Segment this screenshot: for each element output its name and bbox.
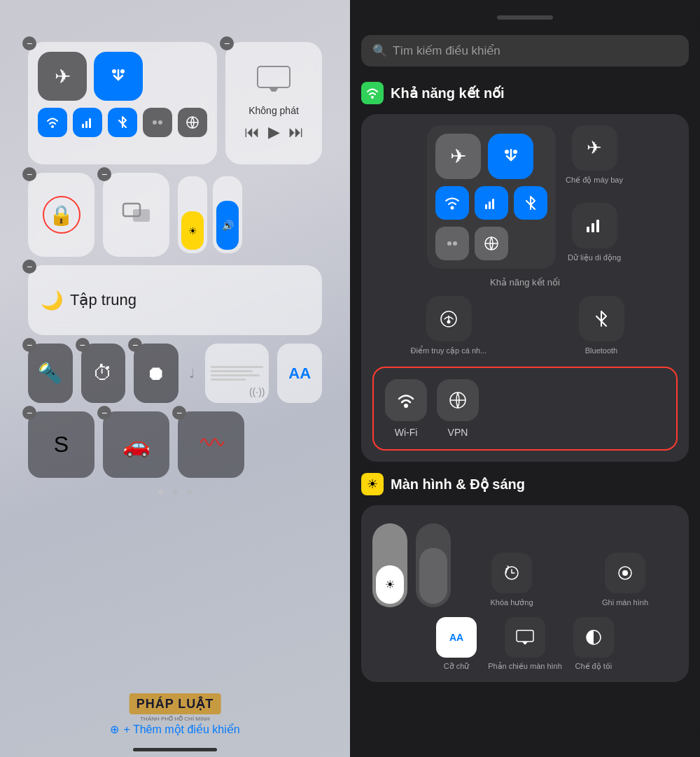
top-control-grid: − ✈ — [28, 42, 322, 164]
focus-card[interactable]: − 🌙 Tập trung — [28, 265, 322, 335]
cluster-wifi-btn[interactable] — [435, 186, 469, 220]
cluster-airdrop-small-btn[interactable] — [435, 227, 469, 260]
connectivity-section-title: Khả năng kết nối — [391, 85, 505, 101]
svg-point-29 — [404, 404, 408, 408]
wifi-vpn-wifi: Wi-Fi — [385, 379, 427, 438]
minus-badge-multi[interactable]: − — [97, 167, 111, 181]
svg-point-33 — [622, 570, 628, 576]
svg-point-27 — [447, 320, 451, 323]
cellular-standalone: Dữ liệu di động — [566, 203, 623, 269]
brightness-section-title: Màn hình & Độ sáng — [391, 476, 525, 493]
wifi-vpn-selected-row[interactable]: Wi-Fi VPN — [372, 367, 678, 451]
mirror-card[interactable]: − Không phát ⏮ ▶ ⏭ — [225, 42, 322, 164]
prev-icon[interactable]: ⏮ — [244, 123, 260, 141]
add-control-button[interactable]: ⊕ + Thêm một điều khiển — [110, 723, 239, 736]
wifi-vpn-wifi-btn[interactable] — [385, 379, 427, 421]
minus-badge-connectivity[interactable]: − — [22, 36, 36, 50]
airplane-standalone-btn[interactable]: ✈ — [572, 125, 617, 171]
conn-hotspot-bt-row: Điểm truy cập cá nh... Bluetooth — [372, 296, 678, 355]
svg-rect-19 — [492, 199, 494, 209]
minus-badge-flash[interactable]: − — [22, 338, 36, 352]
mirror-label-bottom: Phản chiếu màn hình — [488, 662, 562, 671]
right-panel: 🔍 Tìm kiếm điều khiển Khả năng kết nối — [350, 0, 700, 757]
lock-orientation-label: Khóa hướng — [490, 597, 533, 607]
flashlight-card[interactable]: − 🔦 — [28, 344, 73, 403]
page-dots — [158, 489, 192, 495]
shazam-card[interactable]: − S — [28, 411, 94, 478]
volume-slider-card[interactable]: 🔊 — [213, 176, 242, 253]
minus-badge-voice[interactable]: − — [172, 406, 186, 420]
mirror-icon — [256, 65, 291, 99]
text-slider[interactable] — [416, 523, 451, 607]
connectivity-card[interactable]: − ✈ — [28, 42, 217, 164]
brightness-block: ☀ — [361, 505, 689, 682]
multitask-card[interactable]: − — [103, 173, 169, 257]
minus-badge-lock[interactable]: − — [22, 167, 36, 181]
airplane-button[interactable]: ✈ — [38, 52, 87, 101]
hotspot-standalone: Điểm truy cập cá nh... — [372, 296, 525, 355]
wifi-vpn-vpn-label: VPN — [448, 427, 468, 438]
svg-point-13 — [371, 96, 374, 99]
airdrop-button[interactable] — [94, 52, 143, 101]
hotspot-standalone-btn[interactable] — [426, 296, 472, 341]
lock-rotation-card[interactable]: − 🔒 — [28, 173, 94, 257]
svg-point-1 — [112, 69, 116, 73]
voice-card[interactable]: − — [178, 411, 244, 478]
minus-badge-mirror[interactable]: − — [220, 36, 234, 50]
next-icon[interactable]: ⏭ — [288, 123, 304, 141]
cluster-airplane-btn[interactable]: ✈ — [435, 134, 481, 179]
minus-badge-focus[interactable]: − — [22, 260, 36, 274]
svg-rect-17 — [485, 204, 487, 209]
cluster-bt-btn[interactable] — [514, 186, 547, 220]
status-bar — [350, 0, 700, 28]
notes-card[interactable]: ((·)) — [205, 344, 269, 403]
minus-badge-shazam[interactable]: − — [22, 406, 36, 420]
svg-rect-6 — [89, 118, 91, 128]
camera-card[interactable]: − ⏺ — [134, 344, 178, 403]
drive-card[interactable]: − 🚗 — [103, 411, 169, 478]
focus-label: Tập trung — [70, 291, 309, 309]
minus-badge-timer[interactable]: − — [76, 338, 90, 352]
brightness-slider-card[interactable]: ☀ — [178, 176, 207, 253]
conn-main-label: Khả năng kết nối — [372, 277, 678, 288]
globe-small-button[interactable] — [178, 108, 207, 137]
mirror-controls: ⏮ ▶ ⏭ — [244, 123, 304, 141]
watermark-text: PHÁP LUẬT — [136, 696, 214, 712]
timer-card[interactable]: − ⏱ — [81, 344, 126, 403]
add-icon: ⊕ — [110, 723, 119, 736]
bluetooth-small-button[interactable] — [108, 108, 137, 137]
phone-frame: 🔍 Tìm kiếm điều khiển Khả năng kết nối — [350, 0, 700, 757]
font-size-btn[interactable]: AA — [436, 617, 477, 658]
brightness-fill: ☀ — [181, 211, 204, 250]
camera-icon: ⏺ — [146, 362, 166, 385]
record-screen-label: Ghi màn hình — [602, 597, 648, 607]
minus-badge-camera[interactable]: − — [128, 338, 142, 352]
wifi-small-button[interactable] — [38, 108, 67, 137]
wifi-vpn-vpn-btn[interactable] — [437, 379, 479, 421]
right-content: Khả năng kết nối ✈ — [350, 78, 700, 757]
sliders-group: ☀ 🔊 ♡ — [178, 173, 262, 257]
record-screen-item: Ghi màn hình — [573, 553, 678, 607]
mirror-label: Không phát — [248, 105, 299, 116]
dark-mode-btn[interactable] — [573, 617, 614, 658]
brightness-main-slider[interactable]: ☀ — [372, 523, 407, 607]
bluetooth-standalone-btn[interactable] — [579, 296, 624, 341]
mirror-btn[interactable] — [505, 617, 545, 658]
text-slider-fill — [419, 548, 447, 604]
cluster-cellular-btn[interactable] — [475, 186, 508, 220]
lock-rotation-icon: 🔒 — [43, 196, 80, 234]
cluster-airdrop-btn[interactable] — [488, 134, 533, 179]
minus-badge-drive[interactable]: − — [97, 406, 111, 420]
play-icon[interactable]: ▶ — [268, 123, 280, 141]
lock-orientation-btn[interactable] — [491, 553, 532, 593]
music-note-icon: ♩ — [187, 344, 197, 403]
cluster-globe-btn[interactable] — [475, 227, 508, 260]
cellular-standalone-label: Dữ liệu di động — [568, 253, 621, 262]
cellular-small-button[interactable] — [73, 108, 102, 137]
record-screen-btn[interactable] — [605, 553, 645, 593]
brightness-section-icon: ☀ — [361, 473, 384, 495]
search-bar[interactable]: 🔍 Tìm kiếm điều khiển — [361, 35, 689, 66]
airdrop-small-button[interactable] — [143, 108, 172, 137]
cellular-standalone-btn[interactable] — [572, 203, 617, 248]
text-size-card[interactable]: AA — [277, 344, 322, 403]
